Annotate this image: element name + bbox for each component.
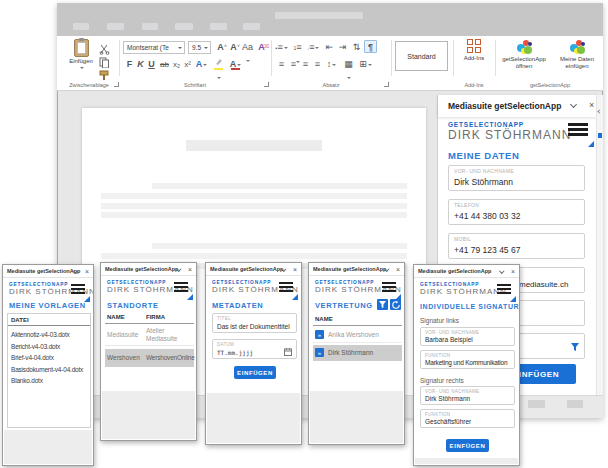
location-row[interactable]: Mediasuite Atelier Mediasuite <box>105 325 194 346</box>
close-icon[interactable]: × <box>511 267 515 276</box>
panel-titlebar[interactable]: Mediasuite getSelectionApp × <box>3 265 93 278</box>
field-value: Geschäftsführer <box>425 418 471 425</box>
template-list-item[interactable]: Bericht-v4-03.dotx <box>11 341 90 353</box>
filter-button[interactable] <box>377 299 388 310</box>
ribbon-tab-placeholder[interactable] <box>73 23 89 30</box>
status-item-placeholder[interactable] <box>528 400 545 408</box>
window-titlebar[interactable] <box>57 3 603 36</box>
hamburger-menu-icon[interactable] <box>568 123 588 138</box>
close-icon[interactable]: × <box>396 265 400 274</box>
insert-button[interactable]: EINFÜGEN <box>234 366 276 379</box>
line-spacing-icon[interactable]: ↕ <box>325 58 338 71</box>
panel-filler <box>102 391 195 439</box>
signature-left-name-field[interactable]: VOR- UND NACHNAME Barbara Beispiel <box>420 327 515 346</box>
hamburger-menu-icon[interactable] <box>71 284 85 296</box>
close-icon[interactable]: × <box>589 101 594 110</box>
borders-icon[interactable]: ⊞ <box>359 58 372 71</box>
template-list-item[interactable]: Basisdokument-v4-04.dotx <box>11 364 90 376</box>
increase-indent-icon[interactable]: ⇥ <box>336 41 349 54</box>
hamburger-menu-icon[interactable] <box>174 282 188 294</box>
close-icon[interactable]: × <box>293 265 297 274</box>
signature-right-name-field[interactable]: VOR- UND NACHNAME Dirk Stöhrmann <box>420 386 515 405</box>
paste-button[interactable]: Einfügen <box>65 39 97 83</box>
justify-icon[interactable]: ≡ <box>311 58 324 71</box>
shading-icon[interactable]: ▦ <box>342 58 355 71</box>
ribbon-tab-placeholder[interactable] <box>142 23 158 30</box>
refresh-button[interactable] <box>390 299 401 310</box>
dialog-launcher-icon[interactable] <box>114 82 119 87</box>
text-effects-icon[interactable]: A <box>195 58 208 71</box>
chevron-down-icon[interactable] <box>499 268 504 273</box>
hamburger-menu-icon[interactable] <box>382 282 396 294</box>
close-icon[interactable]: × <box>85 267 89 276</box>
ribbon-tab-placeholder[interactable] <box>210 23 227 30</box>
superscript-icon[interactable]: x² <box>181 58 194 71</box>
multilevel-list-icon[interactable]: ⁝≡ <box>307 41 320 54</box>
insert-person-icon[interactable]: » <box>315 348 324 357</box>
template-list-item[interactable]: Blanko.dotx <box>11 375 90 387</box>
chevron-down-icon[interactable] <box>570 101 577 108</box>
change-case-icon[interactable]: Aa <box>241 41 254 54</box>
show-formatting-marks-icon[interactable]: ¶ <box>364 40 377 53</box>
dialog-launcher-icon[interactable] <box>264 82 269 87</box>
signature-right-function-field[interactable]: FUNKTION Geschäftsführer <box>420 409 515 428</box>
ribbon-tab-placeholder[interactable] <box>243 23 260 30</box>
filter-icon <box>379 301 386 308</box>
panel-filler <box>207 393 300 443</box>
phone-field[interactable]: TELEFON +41 44 380 03 32 <box>448 199 585 225</box>
document-header-placeholder <box>186 140 322 151</box>
sort-icon[interactable]: ⇅ <box>350 41 363 54</box>
getselectionapp-logo-icon <box>516 39 533 55</box>
ribbon-tab-placeholder[interactable] <box>175 23 193 30</box>
chevron-left-icon[interactable] <box>597 109 601 113</box>
insert-mydata-label: Meine Daten einfügen <box>553 56 601 69</box>
font-color-icon[interactable]: A <box>229 58 242 71</box>
ribbon-tab-placeholder[interactable] <box>107 23 124 30</box>
template-list-item[interactable]: Brief-v4-04.dotx <box>11 352 90 364</box>
deputy-row-selected[interactable]: » Dirk Stöhrmann <box>313 345 402 361</box>
panel-titlebar[interactable]: Mediasuite getSelectionApp × <box>206 263 301 276</box>
title-field[interactable]: TITEL Das ist der Dokumenttitel <box>212 313 297 333</box>
style-gallery-standard[interactable]: Standard <box>395 41 448 71</box>
numbered-list-icon[interactable]: 1≡ <box>291 41 304 54</box>
font-name-select[interactable]: Montserrat (Te <box>123 41 185 54</box>
insert-button[interactable]: EINFÜGEN <box>446 439 489 452</box>
mobile-field[interactable]: MOBIL +41 79 123 45 67 <box>448 233 585 259</box>
name-field[interactable]: VOR- UND NACHNAME Dirk Stöhrmann <box>448 165 585 191</box>
template-list-item[interactable]: Aktennotiz-v4-03.dotx <box>11 329 90 341</box>
panel-vertretung: Mediasuite getSelectionApp × GETSELECTIO… <box>308 262 405 445</box>
clear-formatting-icon[interactable]: A⌫ <box>255 41 268 54</box>
hamburger-menu-icon[interactable] <box>497 284 511 296</box>
deputy-row[interactable]: » Anika Wershoven <box>313 327 402 343</box>
shrink-font-icon[interactable]: A˅ <box>227 41 240 54</box>
panel-titlebar[interactable]: Mediasuite getSelectionApp × <box>414 265 519 278</box>
status-item-placeholder[interactable] <box>567 400 583 408</box>
underline-icon[interactable]: U <box>145 58 158 71</box>
grow-font-icon[interactable]: A˄ <box>214 41 227 54</box>
style-name: Standard <box>407 53 435 60</box>
date-field[interactable]: DATUM TT.mm.jjjj <box>212 339 297 359</box>
calendar-icon[interactable] <box>284 348 292 356</box>
close-icon[interactable]: × <box>188 265 192 274</box>
bullet-list-icon[interactable]: •≡ <box>275 41 288 54</box>
addins-button[interactable]: Add-Ins <box>456 39 492 83</box>
screenshot-root: Einfügen Montserrat (Te 9.5 A˄ A˅ Aa A⌫ … <box>0 0 608 468</box>
hamburger-menu-icon[interactable] <box>279 282 293 294</box>
taskpane-collapse-strip[interactable] <box>596 95 603 395</box>
location-row-selected[interactable]: Wershoven WershovenOnline <box>105 349 194 367</box>
insert-person-icon[interactable]: » <box>315 330 324 339</box>
field-value: Dirk Stöhrmann <box>454 177 513 187</box>
panel-titlebar[interactable]: Mediasuite getSelectionApp × <box>309 263 404 276</box>
panel-titlebar[interactable]: Mediasuite getSelectionApp × <box>101 263 196 276</box>
font-size-select[interactable]: 9.5 <box>188 41 211 54</box>
signature-left-function-field[interactable]: FUNKTION Marketing und Kommunikation <box>420 350 515 369</box>
filter-icon[interactable] <box>571 343 579 351</box>
document-line-placeholder <box>101 253 407 259</box>
insert-mydata-button[interactable]: Meine Daten einfügen <box>553 39 601 83</box>
getselectionapp-logo-icon <box>569 39 586 55</box>
open-getselectionapp-button[interactable]: getSelectionApp öffnen <box>499 39 549 83</box>
dialog-launcher-icon[interactable] <box>384 82 389 87</box>
paste-label: Einfügen <box>69 58 93 64</box>
highlight-icon[interactable] <box>212 58 225 71</box>
decrease-indent-icon[interactable]: ⇤ <box>323 41 336 54</box>
